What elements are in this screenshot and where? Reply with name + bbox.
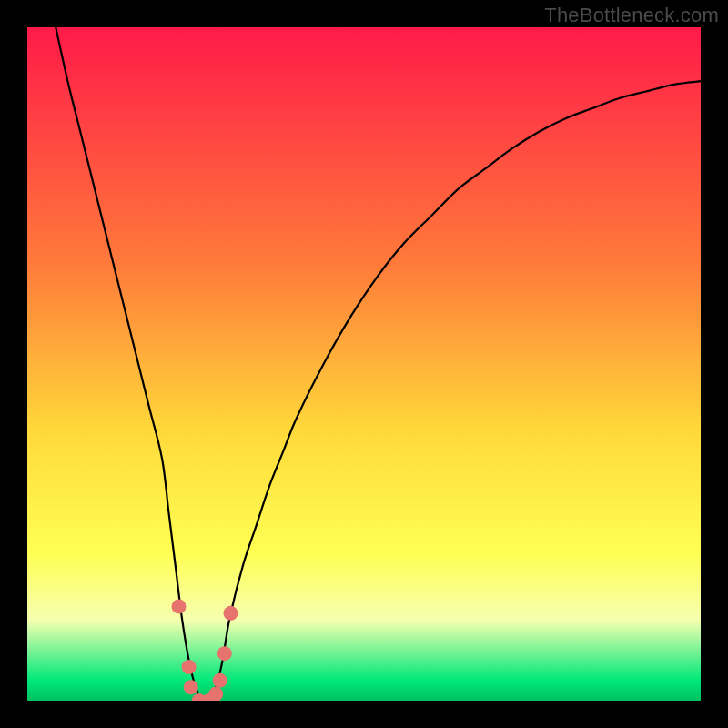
plot-area	[27, 27, 701, 701]
watermark-text: TheBottleneck.com	[544, 4, 719, 27]
curve-marker-dot	[182, 660, 197, 674]
chart-frame: TheBottleneck.com	[0, 0, 728, 728]
curve-marker-dot	[172, 599, 187, 613]
gradient-background	[27, 27, 701, 701]
curve-marker-dot	[217, 646, 232, 661]
curve-marker-dot	[208, 687, 223, 701]
curve-marker-dot	[184, 680, 198, 694]
curve-marker-dot	[213, 673, 228, 688]
chart-svg	[27, 27, 701, 701]
curve-marker-dot	[223, 606, 238, 621]
